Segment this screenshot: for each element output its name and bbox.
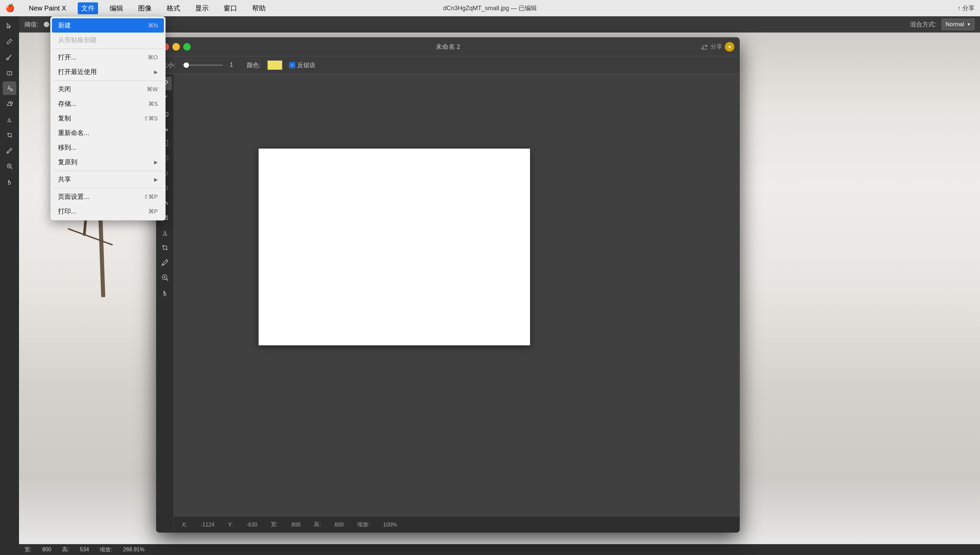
menu-item-revert-label: 复原到 (58, 158, 77, 167)
bg-left-toolbar: A (0, 16, 19, 555)
fg-width-value: 800 (292, 522, 301, 528)
fg-tool-hand[interactable] (158, 286, 172, 299)
svg-point-5 (11, 102, 13, 104)
menu-item-save[interactable]: 存储... ⌘S (52, 97, 164, 111)
fg-width-label: 宽: (271, 521, 277, 528)
menu-sep-3 (53, 171, 162, 171)
bg-tool-brush[interactable] (3, 50, 16, 64)
fg-zoom-label: 缩放: (357, 521, 369, 528)
threshold-dot (44, 22, 49, 27)
edit-menu[interactable]: 编辑 (106, 2, 127, 14)
bg-height-value: 534 (80, 547, 89, 553)
fg-tool-text[interactable]: A (158, 226, 172, 239)
svg-line-24 (165, 202, 168, 205)
bg-tool-shapes[interactable] (3, 97, 16, 111)
svg-text:A: A (163, 230, 167, 236)
bg-status-bar: 宽: 800 高: 534 缩放: 268.91% (19, 544, 980, 555)
minimize-button[interactable] (172, 43, 180, 51)
menu-item-close[interactable]: 关闭 ⌘W (52, 82, 164, 96)
menu-item-new-label: 新建 (58, 21, 71, 30)
file-dropdown-menu: 新建 ⌘N 从剪贴板创建 打开... ⌘O 打开最近使用 ▶ 关闭 ⌘W 存储.… (50, 16, 165, 220)
menu-item-print-label: 打印... (58, 207, 76, 216)
size-slider-container (182, 64, 223, 66)
color-swatch[interactable] (268, 60, 282, 70)
help-menu[interactable]: 帮助 (249, 2, 269, 14)
fg-window-title: 未命名 2 (436, 42, 460, 51)
bg-tool-eyedropper[interactable] (3, 144, 16, 157)
menu-item-page-setup[interactable]: 页面设置... ⇧⌘P (52, 189, 164, 204)
fg-x-label: X: (182, 522, 187, 528)
menu-item-share[interactable]: 共享 ▶ (52, 172, 164, 186)
share-button-menubar[interactable]: ↑ 分享 (958, 4, 975, 12)
menu-item-duplicate[interactable]: 复制 ⇧⌘S (52, 111, 164, 125)
menu-item-move[interactable]: 移到... (52, 140, 164, 155)
menu-item-open[interactable]: 打开... ⌘O (52, 50, 164, 64)
format-menu[interactable]: 格式 (163, 2, 184, 14)
menu-item-print[interactable]: 打印... ⌘P (52, 204, 164, 218)
menu-item-rename[interactable]: 重新命名... (52, 126, 164, 140)
menu-item-page-setup-label: 页面设置... (58, 192, 89, 201)
bg-tool-text[interactable]: A (3, 112, 16, 126)
share-icon (700, 43, 708, 51)
fg-y-value: -630 (246, 522, 257, 528)
window-menu[interactable]: 窗口 (220, 2, 241, 14)
fg-y-label: Y: (228, 522, 233, 528)
file-menu[interactable]: 文件 (78, 2, 98, 14)
bg-zoom-value: 268.91% (123, 547, 144, 553)
svg-point-12 (7, 152, 8, 153)
fg-titlebar: 未命名 2 分享 ★ (156, 37, 740, 56)
fg-tool-zoom[interactable] (158, 271, 172, 284)
svg-line-14 (11, 167, 12, 169)
menu-item-new[interactable]: 新建 ⌘N (52, 18, 164, 32)
menu-item-new-shortcut: ⌘N (148, 22, 158, 29)
menu-item-print-shortcut: ⌘P (148, 208, 158, 215)
menubar: 🍎 New Paint X 文件 编辑 图像 格式 显示 窗口 帮助 dCn3H… (0, 0, 980, 16)
app-name-menu[interactable]: New Paint X (26, 3, 69, 14)
menu-item-open-shortcut: ⌘O (148, 54, 158, 61)
apple-menu[interactable]: 🍎 (5, 4, 14, 13)
fg-height-value: 600 (335, 522, 344, 528)
fg-tool-crop[interactable] (158, 241, 172, 254)
menu-item-revert[interactable]: 复原到 ▶ (52, 155, 164, 169)
size-slider[interactable] (182, 64, 223, 66)
menu-sep-2 (53, 80, 162, 81)
menu-sep-1 (53, 48, 162, 49)
menu-item-clipboard-label: 从剪贴板创建 (58, 35, 97, 45)
revert-arrow: ▶ (154, 159, 158, 165)
blend-mode-select[interactable]: Normal ▼ (942, 19, 975, 30)
fg-x-value: -1124 (200, 522, 215, 528)
menu-item-dup-label: 复制 (58, 114, 71, 123)
bg-tool-fill[interactable] (3, 82, 16, 95)
bg-tool-eraser[interactable] (3, 66, 16, 79)
svg-line-35 (166, 260, 167, 261)
antialias-checkbox[interactable]: ✓ (289, 62, 295, 68)
bg-tool-pencil[interactable] (3, 35, 16, 48)
fg-zoom-value: 100% (383, 522, 397, 528)
view-menu[interactable]: 显示 (192, 2, 212, 14)
menu-sep-4 (53, 188, 162, 188)
antialias-label: 反锯齿 (297, 61, 316, 69)
fg-share-button[interactable]: 分享 ★ (700, 42, 734, 51)
svg-point-27 (166, 215, 168, 217)
threshold-label: 阈值: (24, 20, 38, 29)
open-recent-arrow: ▶ (154, 69, 158, 75)
traffic-lights (162, 43, 191, 51)
size-value: 1 (230, 61, 240, 69)
bg-height-label: 高: (62, 546, 69, 553)
fg-tool-eyedropper[interactable] (158, 256, 172, 269)
canvas-white (258, 149, 530, 345)
svg-line-21 (166, 129, 167, 130)
bg-width-label: 宽: (24, 546, 31, 553)
menu-item-open-recent[interactable]: 打开最近使用 ▶ (52, 65, 164, 79)
maximize-button[interactable] (183, 43, 191, 51)
image-menu[interactable]: 图像 (135, 2, 155, 14)
bg-tool-hand[interactable] (3, 175, 16, 189)
menu-item-close-label: 关闭 (58, 85, 71, 94)
bg-tool-selection[interactable] (3, 19, 16, 32)
svg-point-3 (11, 89, 13, 91)
menu-item-dup-shortcut: ⇧⌘S (144, 115, 158, 122)
fg-gold-button[interactable]: ★ (725, 42, 734, 51)
bg-tool-crop[interactable] (3, 128, 16, 142)
bg-tool-zoom[interactable] (3, 159, 16, 173)
size-slider-thumb[interactable] (184, 63, 189, 68)
